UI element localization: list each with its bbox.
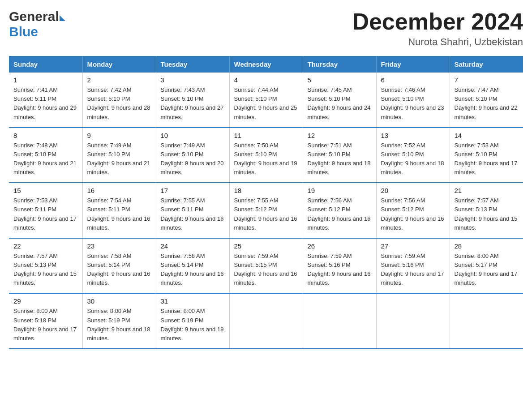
calendar-subtitle: Nurota Shahri, Uzbekistan (352, 36, 523, 48)
logo-blue-text: Blue (9, 24, 38, 39)
day-number: 1 (13, 76, 78, 84)
day-info: Sunrise: 8:00 AMSunset: 5:18 PMDaylight:… (13, 307, 78, 343)
page-header: General Blue December 2024 Nurota Shahri… (9, 9, 523, 48)
day-header-sunday: Sunday (9, 56, 82, 73)
title-block: December 2024 Nurota Shahri, Uzbekistan (352, 9, 523, 48)
week-row-4: 22Sunrise: 7:57 AMSunset: 5:13 PMDayligh… (9, 238, 523, 294)
day-number: 7 (455, 76, 519, 84)
day-info: Sunrise: 7:50 AMSunset: 5:10 PMDaylight:… (234, 141, 298, 177)
calendar-header: SundayMondayTuesdayWednesdayThursdayFrid… (9, 56, 523, 73)
day-number: 14 (455, 132, 519, 139)
day-number: 10 (161, 132, 225, 139)
days-of-week-row: SundayMondayTuesdayWednesdayThursdayFrid… (9, 56, 523, 73)
day-info: Sunrise: 7:55 AMSunset: 5:12 PMDaylight:… (234, 196, 298, 232)
day-number: 23 (87, 242, 151, 250)
day-info: Sunrise: 7:58 AMSunset: 5:14 PMDaylight:… (161, 252, 225, 288)
calendar-cell: 15Sunrise: 7:53 AMSunset: 5:11 PMDayligh… (9, 183, 82, 238)
day-number: 16 (87, 187, 151, 194)
day-number: 27 (381, 242, 445, 250)
day-info: Sunrise: 7:44 AMSunset: 5:10 PMDaylight:… (234, 86, 298, 122)
day-number: 19 (308, 187, 372, 194)
calendar-cell (450, 293, 523, 349)
day-info: Sunrise: 7:43 AMSunset: 5:10 PMDaylight:… (161, 86, 225, 122)
week-row-1: 1Sunrise: 7:41 AMSunset: 5:11 PMDaylight… (9, 73, 523, 128)
calendar-cell: 19Sunrise: 7:56 AMSunset: 5:12 PMDayligh… (303, 183, 376, 238)
calendar-cell: 9Sunrise: 7:49 AMSunset: 5:10 PMDaylight… (82, 128, 156, 183)
day-info: Sunrise: 8:00 AMSunset: 5:19 PMDaylight:… (161, 307, 225, 343)
day-info: Sunrise: 7:47 AMSunset: 5:10 PMDaylight:… (455, 86, 519, 122)
day-number: 18 (234, 187, 298, 194)
day-number: 25 (234, 242, 298, 250)
calendar-cell: 25Sunrise: 7:59 AMSunset: 5:15 PMDayligh… (229, 238, 303, 294)
day-number: 22 (13, 242, 78, 250)
calendar-cell: 14Sunrise: 7:53 AMSunset: 5:10 PMDayligh… (450, 128, 523, 183)
calendar-cell: 31Sunrise: 8:00 AMSunset: 5:19 PMDayligh… (156, 293, 229, 349)
logo-triangle-icon (60, 15, 65, 21)
day-info: Sunrise: 8:00 AMSunset: 5:19 PMDaylight:… (87, 307, 151, 343)
day-info: Sunrise: 7:46 AMSunset: 5:10 PMDaylight:… (381, 86, 445, 122)
calendar-cell: 30Sunrise: 8:00 AMSunset: 5:19 PMDayligh… (82, 293, 156, 349)
day-number: 28 (455, 242, 519, 250)
day-number: 2 (87, 76, 151, 84)
day-number: 24 (161, 242, 225, 250)
calendar-table: SundayMondayTuesdayWednesdayThursdayFrid… (9, 56, 523, 349)
day-number: 20 (381, 187, 445, 194)
day-number: 4 (234, 76, 298, 84)
calendar-cell (303, 293, 376, 349)
day-info: Sunrise: 7:59 AMSunset: 5:15 PMDaylight:… (234, 252, 298, 288)
calendar-cell: 27Sunrise: 7:59 AMSunset: 5:16 PMDayligh… (376, 238, 450, 294)
calendar-title: December 2024 (352, 9, 523, 34)
calendar-cell: 11Sunrise: 7:50 AMSunset: 5:10 PMDayligh… (229, 128, 303, 183)
day-info: Sunrise: 7:52 AMSunset: 5:10 PMDaylight:… (381, 141, 445, 177)
calendar-cell: 5Sunrise: 7:45 AMSunset: 5:10 PMDaylight… (303, 73, 376, 128)
day-info: Sunrise: 7:42 AMSunset: 5:10 PMDaylight:… (87, 86, 151, 122)
calendar-cell (376, 293, 450, 349)
week-row-3: 15Sunrise: 7:53 AMSunset: 5:11 PMDayligh… (9, 183, 523, 238)
day-info: Sunrise: 7:49 AMSunset: 5:10 PMDaylight:… (161, 141, 225, 177)
day-number: 15 (13, 187, 78, 194)
calendar-cell: 26Sunrise: 7:59 AMSunset: 5:16 PMDayligh… (303, 238, 376, 294)
calendar-cell: 1Sunrise: 7:41 AMSunset: 5:11 PMDaylight… (9, 73, 82, 128)
week-row-5: 29Sunrise: 8:00 AMSunset: 5:18 PMDayligh… (9, 293, 523, 349)
calendar-cell: 12Sunrise: 7:51 AMSunset: 5:10 PMDayligh… (303, 128, 376, 183)
day-number: 13 (381, 132, 445, 139)
calendar-cell: 21Sunrise: 7:57 AMSunset: 5:13 PMDayligh… (450, 183, 523, 238)
day-number: 5 (308, 76, 372, 84)
day-info: Sunrise: 7:45 AMSunset: 5:10 PMDaylight:… (308, 86, 372, 122)
calendar-cell: 6Sunrise: 7:46 AMSunset: 5:10 PMDaylight… (376, 73, 450, 128)
day-number: 29 (13, 297, 78, 305)
day-info: Sunrise: 7:49 AMSunset: 5:10 PMDaylight:… (87, 141, 151, 177)
day-number: 11 (234, 132, 298, 139)
day-info: Sunrise: 7:58 AMSunset: 5:14 PMDaylight:… (87, 252, 151, 288)
day-info: Sunrise: 7:41 AMSunset: 5:11 PMDaylight:… (13, 86, 78, 122)
day-info: Sunrise: 7:53 AMSunset: 5:10 PMDaylight:… (455, 141, 519, 177)
day-header-tuesday: Tuesday (156, 56, 229, 73)
calendar-cell: 29Sunrise: 8:00 AMSunset: 5:18 PMDayligh… (9, 293, 82, 349)
day-number: 30 (87, 297, 151, 305)
day-header-monday: Monday (82, 56, 156, 73)
day-number: 31 (161, 297, 225, 305)
calendar-cell: 4Sunrise: 7:44 AMSunset: 5:10 PMDaylight… (229, 73, 303, 128)
calendar-cell: 3Sunrise: 7:43 AMSunset: 5:10 PMDaylight… (156, 73, 229, 128)
day-number: 9 (87, 132, 151, 139)
calendar-cell: 2Sunrise: 7:42 AMSunset: 5:10 PMDaylight… (82, 73, 156, 128)
day-number: 12 (308, 132, 372, 139)
day-number: 8 (13, 132, 78, 139)
day-info: Sunrise: 7:48 AMSunset: 5:10 PMDaylight:… (13, 141, 78, 177)
calendar-cell (229, 293, 303, 349)
day-header-friday: Friday (376, 56, 450, 73)
day-info: Sunrise: 7:59 AMSunset: 5:16 PMDaylight:… (308, 252, 372, 288)
calendar-cell: 8Sunrise: 7:48 AMSunset: 5:10 PMDaylight… (9, 128, 82, 183)
calendar-cell: 17Sunrise: 7:55 AMSunset: 5:11 PMDayligh… (156, 183, 229, 238)
day-header-thursday: Thursday (303, 56, 376, 73)
day-info: Sunrise: 7:56 AMSunset: 5:12 PMDaylight:… (381, 196, 445, 232)
week-row-2: 8Sunrise: 7:48 AMSunset: 5:10 PMDaylight… (9, 128, 523, 183)
calendar-cell: 28Sunrise: 8:00 AMSunset: 5:17 PMDayligh… (450, 238, 523, 294)
calendar-cell: 16Sunrise: 7:54 AMSunset: 5:11 PMDayligh… (82, 183, 156, 238)
calendar-cell: 22Sunrise: 7:57 AMSunset: 5:13 PMDayligh… (9, 238, 82, 294)
day-info: Sunrise: 7:53 AMSunset: 5:11 PMDaylight:… (13, 196, 78, 232)
logo: General Blue (9, 9, 65, 39)
day-info: Sunrise: 7:55 AMSunset: 5:11 PMDaylight:… (161, 196, 225, 232)
day-info: Sunrise: 7:57 AMSunset: 5:13 PMDaylight:… (455, 196, 519, 232)
day-number: 3 (161, 76, 225, 84)
